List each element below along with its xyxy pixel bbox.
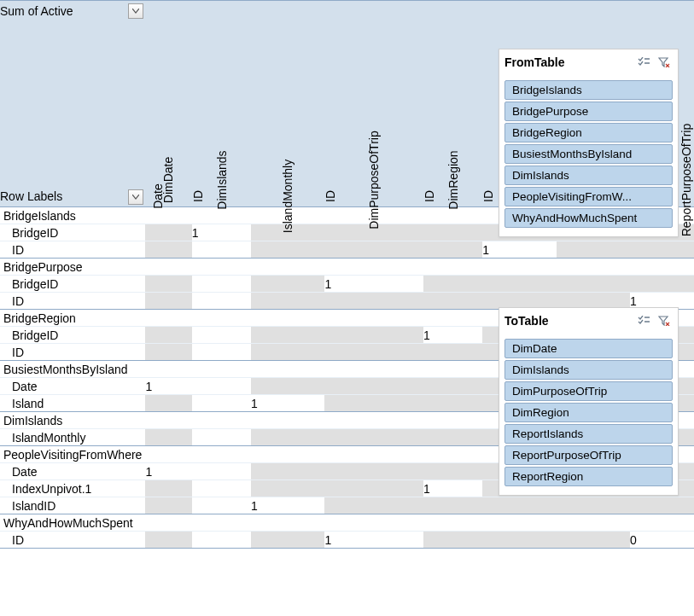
value-cell[interactable] bbox=[324, 514, 423, 532]
value-cell[interactable] bbox=[145, 293, 191, 310]
value-cell[interactable] bbox=[557, 259, 630, 276]
row-label[interactable]: ID bbox=[0, 241, 145, 259]
value-cell[interactable] bbox=[145, 207, 191, 224]
value-cell[interactable] bbox=[423, 224, 482, 241]
value-cell[interactable] bbox=[423, 378, 482, 395]
slicer-item[interactable]: BridgeRegion bbox=[504, 123, 673, 142]
value-cell[interactable] bbox=[324, 344, 423, 361]
value-cell[interactable] bbox=[630, 241, 694, 259]
value-cell[interactable] bbox=[192, 241, 251, 259]
pivot-col-filter-button[interactable] bbox=[128, 3, 143, 19]
slicer-item[interactable]: DimDate bbox=[504, 339, 673, 358]
value-cell[interactable] bbox=[192, 327, 251, 344]
value-cell[interactable] bbox=[145, 480, 191, 497]
value-cell[interactable] bbox=[423, 412, 482, 429]
value-cell[interactable] bbox=[192, 361, 251, 378]
row-label[interactable]: IndexUnpivot.1 bbox=[0, 480, 145, 497]
value-cell[interactable] bbox=[251, 293, 324, 310]
value-cell[interactable] bbox=[324, 480, 423, 497]
value-cell[interactable] bbox=[324, 497, 423, 514]
row-label[interactable]: ID bbox=[0, 293, 145, 310]
value-cell[interactable] bbox=[324, 259, 423, 276]
value-cell[interactable] bbox=[324, 395, 423, 412]
value-cell[interactable] bbox=[251, 241, 324, 259]
value-cell[interactable]: 1 bbox=[251, 497, 324, 514]
value-cell[interactable] bbox=[192, 532, 251, 549]
value-cell[interactable] bbox=[145, 327, 191, 344]
slicer-item[interactable]: PeopleVisitingFromW... bbox=[504, 187, 673, 206]
value-cell[interactable] bbox=[145, 514, 191, 532]
row-label[interactable]: Date bbox=[0, 378, 145, 395]
slicer-multiselect-button[interactable] bbox=[635, 55, 652, 70]
value-cell[interactable] bbox=[192, 293, 251, 310]
value-cell[interactable]: 1 bbox=[192, 224, 251, 241]
slicer-item[interactable]: BridgePurpose bbox=[504, 102, 673, 121]
value-cell[interactable] bbox=[145, 497, 191, 514]
value-cell[interactable] bbox=[145, 241, 191, 259]
value-cell[interactable] bbox=[192, 412, 251, 429]
value-cell[interactable] bbox=[324, 429, 423, 446]
value-cell[interactable] bbox=[192, 276, 251, 293]
value-cell[interactable] bbox=[145, 361, 191, 378]
value-cell[interactable] bbox=[557, 497, 630, 514]
value-cell[interactable] bbox=[482, 259, 556, 276]
value-cell[interactable] bbox=[482, 276, 556, 293]
row-label[interactable]: BusiestMonthsByIsland bbox=[0, 361, 145, 378]
slicer-item[interactable]: BusiestMonthsByIsland bbox=[504, 144, 673, 164]
value-cell[interactable] bbox=[145, 224, 191, 241]
value-cell[interactable]: 1 bbox=[251, 395, 324, 412]
value-cell[interactable] bbox=[423, 241, 482, 259]
value-cell[interactable] bbox=[192, 429, 251, 446]
row-label[interactable]: BridgeID bbox=[0, 327, 145, 344]
value-cell[interactable]: 1 bbox=[423, 480, 482, 497]
value-cell[interactable] bbox=[251, 344, 324, 361]
value-cell[interactable] bbox=[251, 480, 324, 497]
value-cell[interactable] bbox=[423, 395, 482, 412]
value-cell[interactable] bbox=[423, 532, 482, 549]
value-cell[interactable]: 1 bbox=[423, 327, 482, 344]
slicer-item[interactable]: DimRegion bbox=[504, 403, 673, 422]
value-cell[interactable] bbox=[324, 412, 423, 429]
value-cell[interactable] bbox=[192, 310, 251, 327]
value-cell[interactable] bbox=[423, 514, 482, 532]
row-label[interactable]: BridgeID bbox=[0, 276, 145, 293]
value-cell[interactable] bbox=[192, 259, 251, 276]
row-label[interactable]: BridgeID bbox=[0, 224, 145, 241]
value-cell[interactable] bbox=[557, 514, 630, 532]
value-cell[interactable]: 1 bbox=[324, 276, 423, 293]
value-cell[interactable] bbox=[324, 463, 423, 480]
row-label[interactable]: IslandMonthly bbox=[0, 429, 145, 446]
value-cell[interactable] bbox=[251, 463, 324, 480]
value-cell[interactable] bbox=[192, 446, 251, 463]
value-cell[interactable] bbox=[192, 378, 251, 395]
value-cell[interactable] bbox=[145, 395, 191, 412]
value-cell[interactable] bbox=[251, 259, 324, 276]
slicer-item[interactable]: DimPurposeOfTrip bbox=[504, 381, 673, 401]
value-cell[interactable] bbox=[251, 429, 324, 446]
value-cell[interactable] bbox=[251, 532, 324, 549]
value-cell[interactable] bbox=[423, 293, 482, 310]
value-cell[interactable] bbox=[423, 276, 482, 293]
value-cell[interactable] bbox=[251, 446, 324, 463]
slicer-clear-filter-button[interactable] bbox=[656, 313, 673, 328]
value-cell[interactable] bbox=[145, 344, 191, 361]
row-label[interactable]: DimIslands bbox=[0, 412, 145, 429]
value-cell[interactable] bbox=[192, 344, 251, 361]
row-label[interactable]: WhyAndHowMuchSpent bbox=[0, 514, 145, 532]
slicer-item[interactable]: WhyAndHowMuchSpent bbox=[504, 208, 673, 228]
value-cell[interactable] bbox=[423, 463, 482, 480]
value-cell[interactable] bbox=[423, 361, 482, 378]
value-cell[interactable]: 1 bbox=[145, 378, 191, 395]
value-cell[interactable] bbox=[192, 497, 251, 514]
value-cell[interactable] bbox=[324, 378, 423, 395]
value-cell[interactable] bbox=[192, 480, 251, 497]
value-cell[interactable] bbox=[251, 276, 324, 293]
value-cell[interactable] bbox=[423, 429, 482, 446]
value-cell[interactable] bbox=[145, 310, 191, 327]
slicer-clear-filter-button[interactable] bbox=[656, 55, 673, 70]
value-cell[interactable] bbox=[192, 395, 251, 412]
value-cell[interactable]: 1 bbox=[324, 532, 423, 549]
pivot-row-filter-button[interactable] bbox=[128, 189, 143, 205]
value-cell[interactable] bbox=[192, 463, 251, 480]
value-cell[interactable] bbox=[145, 446, 191, 463]
